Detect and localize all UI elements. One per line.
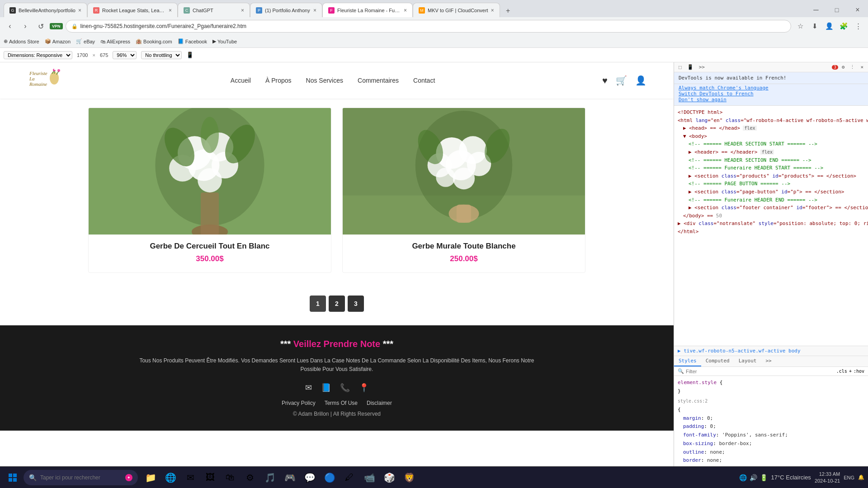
back-button[interactable]: ‹ [4, 20, 16, 33]
terms-link[interactable]: Terms Of Use [325, 400, 358, 406]
cart-icon[interactable]: 🛒 [616, 75, 627, 86]
notifications-icon[interactable]: 🔔 [858, 474, 864, 480]
bookmark-star-icon[interactable]: ☆ [794, 20, 807, 33]
devtools-inspect-icon[interactable]: ⬚ [677, 63, 684, 71]
tab-5[interactable]: F Fleuriste La Romaine - Funérai... × [322, 3, 413, 17]
html-line-2[interactable]: ▶ <head> == </head> flex [678, 124, 864, 132]
tab-close-1[interactable]: × [78, 7, 81, 14]
tab-1[interactable]: G BellevilleAnthony/portfolio × [4, 3, 87, 17]
page-btn-2[interactable]: 2 [329, 296, 345, 312]
nav-accueil[interactable]: Accueil [231, 77, 251, 84]
download-icon[interactable]: ⬇ [808, 20, 821, 33]
devtools-settings-icon[interactable]: ⚙ [840, 63, 847, 71]
email-icon[interactable]: ✉ [305, 383, 312, 393]
nav-apropos[interactable]: À Propos [265, 77, 292, 84]
user-icon[interactable]: 👤 [635, 75, 646, 86]
minimize-button[interactable]: ─ [806, 3, 826, 17]
phone-icon[interactable]: 📞 [340, 383, 350, 393]
reload-button[interactable]: ↺ [34, 20, 47, 33]
bookmark-booking[interactable]: 🏨Booking.com [136, 38, 172, 44]
tab-close-4[interactable]: × [313, 7, 316, 14]
lang-match-link[interactable]: Always match Chrome's language [679, 85, 863, 91]
tab-close-3[interactable]: × [241, 7, 244, 14]
taskbar-app-mail[interactable]: ✉ [181, 469, 199, 487]
throttle-select[interactable]: No throttling [141, 51, 182, 59]
nav-commentaires[interactable]: Commentaires [358, 77, 399, 84]
styles-tab-computed[interactable]: Computed [701, 356, 734, 366]
page-btn-3[interactable]: 3 [348, 296, 364, 312]
bookmark-facebook[interactable]: 📘Facebook [178, 38, 207, 44]
disclaimer-link[interactable]: Disclaimer [367, 400, 392, 406]
facebook-icon[interactable]: 📘 [321, 383, 331, 393]
html-line-14[interactable]: ▶ <div class="notranslate" style="positi… [678, 220, 864, 228]
html-line-12[interactable]: ▶ <section class="footer container" id="… [678, 204, 864, 212]
page-btn-1[interactable]: 1 [310, 296, 326, 312]
tab-close-6[interactable]: × [491, 7, 494, 14]
extensions-icon[interactable]: 🧩 [837, 20, 850, 33]
bookmark-ebay[interactable]: 🛒eBay [76, 38, 95, 44]
taskbar-app-chrome[interactable]: 🔵 [321, 469, 339, 487]
address-bar[interactable]: 🔒 linen-gnu-755825.hostingersite.com/Fun… [66, 20, 791, 33]
tab-2[interactable]: R Rocket League Stats, Leaderbo... × [87, 3, 178, 17]
devtools-more-icon[interactable]: ⋮ [848, 63, 857, 71]
add-style-button[interactable]: + [849, 369, 852, 374]
bookmark-aliexpress[interactable]: 🛍AliExpress [100, 39, 130, 44]
bookmark-amazon[interactable]: 📦Amazon [45, 38, 71, 44]
zoom-select[interactable]: 96% [113, 51, 137, 59]
taskbar-app-edge[interactable]: 🌐 [161, 469, 179, 487]
nav-contact[interactable]: Contact [413, 77, 435, 84]
taskbar-search-input[interactable] [40, 474, 122, 481]
tab-6[interactable]: M MKV to GIF | CloudConvert × [413, 3, 500, 17]
tab-3[interactable]: C ChatGPT × [178, 3, 250, 17]
taskbar-app-spotify[interactable]: 🎵 [261, 469, 279, 487]
html-line-5[interactable]: ▶ <header> == </header> flex [678, 148, 864, 156]
profile-icon[interactable]: 👤 [823, 20, 835, 33]
taskbar-app-lion[interactable]: 🦁 [400, 469, 418, 487]
privacy-link[interactable]: Privacy Policy [282, 400, 316, 406]
dimensions-select[interactable]: Dimensions: Responsive [4, 51, 72, 59]
html-line-10[interactable]: ▶ <section class="page-button" id="p"> =… [678, 188, 864, 196]
lang-indicator[interactable]: ENG [844, 475, 854, 480]
tab-4[interactable]: P (1) Portfolio Anthony × [250, 3, 322, 17]
tab-close-2[interactable]: × [169, 7, 172, 14]
taskbar-app-ps[interactable]: 🎮 [281, 469, 299, 487]
device-icon[interactable]: 📱 [186, 52, 193, 58]
close-button[interactable]: × [847, 3, 868, 17]
lang-switch-link[interactable]: Switch DevTools to French [679, 91, 863, 97]
nav-services[interactable]: Nos Services [306, 77, 343, 84]
forward-button[interactable]: › [19, 20, 32, 33]
taskbar-app-discord[interactable]: 💬 [301, 469, 319, 487]
maximize-button[interactable]: □ [826, 3, 847, 17]
taskbar-app-steam[interactable]: 🎲 [380, 469, 398, 487]
settings-icon[interactable]: ⋮ [852, 20, 864, 33]
wishlist-icon[interactable]: ♥ [602, 75, 608, 86]
bookmark-addons[interactable]: ⊕Addons Store [4, 38, 39, 44]
taskbar-app-settings[interactable]: ⚙ [241, 469, 259, 487]
styles-filter-input[interactable] [686, 369, 835, 374]
toggle-hover-button[interactable]: :hov [854, 369, 864, 374]
taskbar-app-explorer[interactable]: 📁 [142, 469, 160, 487]
devtools-device-icon[interactable]: 📱 [685, 63, 695, 71]
html-line-8[interactable]: ▶ <section class="products" id="products… [678, 172, 864, 180]
new-tab-button[interactable]: + [502, 5, 514, 17]
taskbar-app-vscode[interactable]: 🖊 [340, 469, 359, 487]
location-icon[interactable]: 📍 [359, 383, 369, 393]
bookmark-youtube[interactable]: ▶YouTube [212, 38, 237, 44]
devtools-expand-icon[interactable]: >> [697, 63, 707, 71]
taskbar-app-obs[interactable]: 📹 [360, 469, 378, 487]
taskbar-app-photos[interactable]: 🖼 [201, 469, 219, 487]
taskbar-app-store[interactable]: 🛍 [221, 469, 239, 487]
styles-tab-layout[interactable]: Layout [734, 356, 761, 366]
taskbar-search[interactable]: 🔍 ✦ [24, 470, 138, 485]
vpn-badge[interactable]: VPN [50, 23, 63, 29]
start-button[interactable] [4, 469, 22, 487]
styles-tab-more[interactable]: >> [761, 356, 776, 366]
show-cls-button[interactable]: .cls [836, 369, 847, 374]
dont-show-link[interactable]: Don't show again [679, 97, 863, 103]
systray-battery[interactable]: 🔋 [760, 474, 768, 481]
styles-tab-styles[interactable]: Styles [674, 356, 701, 366]
taskbar-clock[interactable]: 12:33 AM 2024-10-21 [815, 471, 840, 484]
systray-volume[interactable]: 🔊 [750, 474, 757, 481]
systray-network[interactable]: 🌐 [739, 474, 747, 481]
tab-close-5[interactable]: × [404, 7, 407, 14]
